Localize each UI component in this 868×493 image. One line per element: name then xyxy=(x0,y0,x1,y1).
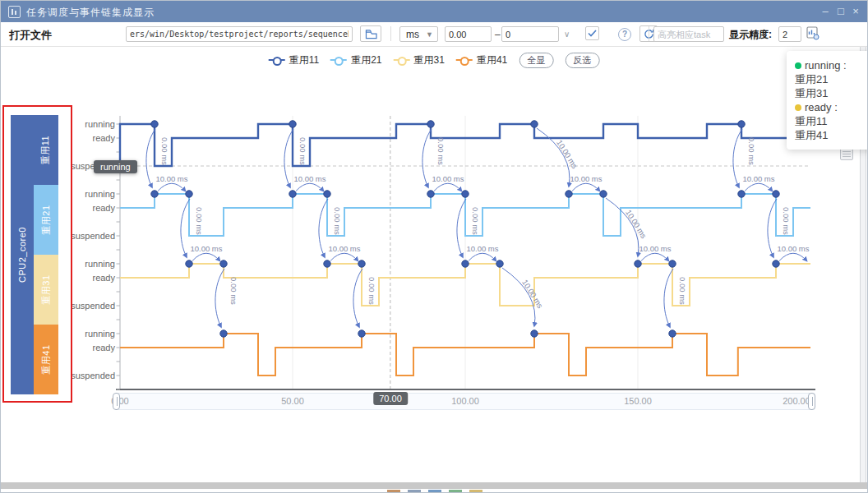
event-dot[interactable] xyxy=(427,191,434,197)
running-dot-icon xyxy=(795,62,801,69)
legend-item-2[interactable]: 重用21 xyxy=(330,53,381,67)
range-dash: – xyxy=(495,29,501,40)
event-dot[interactable] xyxy=(220,260,227,267)
app-icon xyxy=(8,6,21,18)
status-task: 重用31 xyxy=(795,86,868,100)
precision-input[interactable] xyxy=(778,26,801,42)
show-all-button[interactable]: 全显 xyxy=(519,53,553,68)
task-segment-2[interactable]: 重用21 xyxy=(34,185,58,255)
slider-handle-left[interactable] xyxy=(113,393,120,410)
task-segment-1[interactable]: 重用11 xyxy=(34,115,58,185)
legend-item-3[interactable]: 重用31 xyxy=(394,53,445,67)
file-path-input[interactable] xyxy=(126,26,353,42)
slider-handle-right[interactable] xyxy=(808,393,815,410)
svg-text:10.00 ms: 10.00 ms xyxy=(570,174,602,183)
close-icon[interactable]: × xyxy=(850,5,861,18)
event-dot[interactable] xyxy=(358,330,365,337)
highlight-task-input[interactable] xyxy=(653,26,724,42)
event-dot[interactable] xyxy=(566,191,572,197)
chevron-down-icon[interactable]: ∨ xyxy=(564,30,570,39)
event-dot[interactable] xyxy=(289,191,296,197)
task-segment-label: 重用11 xyxy=(40,136,53,164)
range-to-input[interactable] xyxy=(501,26,559,42)
svg-text:10.00 ms: 10.00 ms xyxy=(555,138,579,170)
chevron-down-icon: ▼ xyxy=(426,30,433,39)
slider-tick-label: 50.00 xyxy=(281,396,304,406)
cpu-core-panel: CPU2_core0重用11重用21重用31重用41 xyxy=(2,105,72,403)
svg-text:10.00 ms: 10.00 ms xyxy=(155,174,187,183)
open-file-label: 打开文件 xyxy=(9,28,52,43)
slider-value-badge: 70.00 xyxy=(373,392,408,405)
event-dot[interactable] xyxy=(462,191,469,197)
svg-text:ready: ready xyxy=(92,133,115,143)
taskbar-icon xyxy=(469,490,482,493)
check-icon xyxy=(588,30,597,37)
event-dot[interactable] xyxy=(496,260,503,267)
task-segment-label: 重用31 xyxy=(40,274,53,304)
unit-select[interactable]: ms ▼ xyxy=(399,26,438,42)
event-dot[interactable] xyxy=(220,330,227,337)
legend-label: 重用41 xyxy=(477,53,507,67)
taskbar-icon xyxy=(449,490,462,493)
timeline-chart: runningreadysuspendedrunningreadysuspend… xyxy=(1,1,868,493)
svg-text:running: running xyxy=(85,329,115,339)
svg-text:suspended: suspended xyxy=(71,231,115,241)
event-dot[interactable] xyxy=(738,121,745,127)
event-dot[interactable] xyxy=(531,330,538,337)
ready-dot-icon xyxy=(795,104,801,111)
help-icon[interactable]: ? xyxy=(618,28,631,41)
svg-text:10.00 ms: 10.00 ms xyxy=(742,174,774,183)
event-dot[interactable] xyxy=(669,330,676,337)
event-dot[interactable] xyxy=(773,191,779,197)
event-dot[interactable] xyxy=(427,121,434,127)
svg-text:running: running xyxy=(85,259,115,269)
task-segment-3[interactable]: 重用31 xyxy=(34,255,58,325)
invert-selection-button[interactable]: 反选 xyxy=(565,53,599,68)
svg-text:suspended: suspended xyxy=(71,301,115,311)
svg-text:running: running xyxy=(85,189,115,199)
event-dot[interactable] xyxy=(773,260,779,267)
legend-line-marker-icon xyxy=(330,57,347,64)
event-dot[interactable] xyxy=(462,260,469,267)
svg-text:0.00 ms: 0.00 ms xyxy=(367,277,376,305)
svg-text:0.00 ms: 0.00 ms xyxy=(782,207,791,235)
event-dot[interactable] xyxy=(186,260,192,267)
apply-checkbox[interactable] xyxy=(585,26,599,40)
event-dot[interactable] xyxy=(669,260,676,267)
event-dot[interactable] xyxy=(324,260,330,267)
maximize-icon[interactable]: □ xyxy=(835,5,847,18)
task-segment-label: 重用41 xyxy=(40,344,53,374)
event-dot[interactable] xyxy=(151,121,158,127)
open-folder-button[interactable] xyxy=(360,25,381,42)
task-segment-4[interactable]: 重用41 xyxy=(34,325,58,394)
svg-text:ready: ready xyxy=(92,273,115,283)
svg-text:0.00 ms: 0.00 ms xyxy=(298,137,307,165)
event-dot[interactable] xyxy=(358,260,365,267)
range-from-input[interactable] xyxy=(445,26,492,42)
status-group-running: running : xyxy=(795,58,868,72)
event-dot[interactable] xyxy=(635,260,641,267)
event-dot[interactable] xyxy=(738,191,745,197)
svg-text:0.00 ms: 0.00 ms xyxy=(333,207,342,235)
legend-item-4[interactable]: 重用41 xyxy=(456,53,507,67)
event-dot[interactable] xyxy=(289,121,296,127)
slider-tick-label: 100.00 xyxy=(451,396,479,406)
status-task: 重用41 xyxy=(795,128,868,142)
event-dot[interactable] xyxy=(186,191,192,197)
event-dot[interactable] xyxy=(151,191,158,197)
report-settings-icon[interactable] xyxy=(806,26,820,40)
svg-text:10.00 ms: 10.00 ms xyxy=(466,244,498,253)
svg-text:10.00 ms: 10.00 ms xyxy=(293,174,326,183)
event-dot[interactable] xyxy=(324,191,330,197)
cpu-core-bar[interactable]: CPU2_core0 xyxy=(11,115,34,394)
toolbox-icon[interactable] xyxy=(840,148,853,160)
event-dot[interactable] xyxy=(531,121,538,127)
toolbar-separator xyxy=(390,26,391,41)
svg-text:10.00 ms: 10.00 ms xyxy=(190,244,222,253)
minimize-icon[interactable]: – xyxy=(820,5,831,18)
legend-item-1[interactable]: 重用11 xyxy=(269,53,319,67)
svg-text:ready: ready xyxy=(92,343,115,352)
status-group-ready: ready : xyxy=(795,100,868,114)
legend-line-marker-icon xyxy=(394,57,410,64)
event-dot[interactable] xyxy=(600,191,607,197)
